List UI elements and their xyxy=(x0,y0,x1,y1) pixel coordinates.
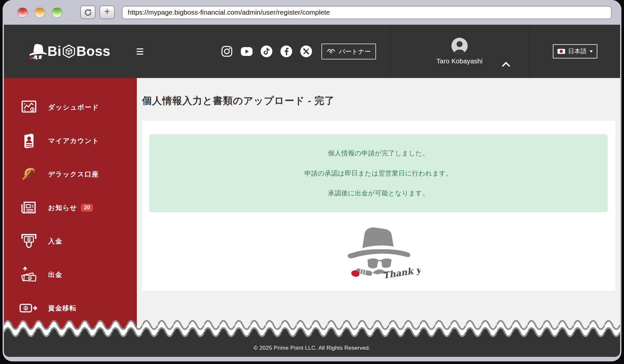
sidebar-item-label: ダッシュボード xyxy=(48,103,99,112)
news-count-badge: 20 xyxy=(81,204,93,212)
sidebar: ダッシュボード マイアカウント xyxy=(4,78,137,357)
sidebar-item-label: 出金 xyxy=(48,270,62,279)
deposit-icon: $ xyxy=(20,233,38,250)
dashboard-icon xyxy=(20,100,38,115)
svg-text:$: $ xyxy=(29,276,31,280)
user-name: Taro Kobayashi xyxy=(436,58,483,65)
logo-g-icon xyxy=(62,44,76,58)
page-title: 個人情報入力と書類のアップロード - 完了 xyxy=(142,94,616,108)
account-icon xyxy=(20,133,38,149)
sidebar-item-news[interactable]: お知らせ 20 xyxy=(4,191,137,224)
sidebar-item-deluxe-account[interactable]: デラックス口座 xyxy=(4,157,137,191)
withdrawal-icon: $ xyxy=(20,266,38,283)
browser-toolbar: + xyxy=(3,0,621,25)
svg-text:$: $ xyxy=(28,238,30,241)
sidebar-item-deposit[interactable]: $ 入金 xyxy=(4,224,137,258)
sidebar-item-dashboard[interactable]: ダッシュボード xyxy=(4,90,137,124)
url-input[interactable] xyxy=(122,6,612,19)
instagram-icon[interactable] xyxy=(221,45,233,58)
sidebar-item-label: 入金 xyxy=(48,237,62,246)
brand-prefix: Bi xyxy=(47,44,61,59)
sidebar-item-fund-transfer[interactable]: $ 資金移転 xyxy=(4,291,137,325)
content-area: ダッシュボード マイアカウント xyxy=(4,78,620,357)
caret-down-icon xyxy=(590,50,593,54)
window-close-button[interactable] xyxy=(18,7,28,18)
logo[interactable]: Bi Boss xyxy=(29,43,110,60)
success-message: 個人情報の申請が完了しました。 xyxy=(149,149,608,158)
sidebar-item-my-account[interactable]: マイアカウント xyxy=(4,124,137,157)
avatar xyxy=(451,38,468,54)
desktop: { "browser": { "url": "https://mypage.bi… xyxy=(0,0,624,364)
youtube-icon[interactable] xyxy=(240,45,253,58)
site-header: Bi Boss xyxy=(4,25,620,78)
success-message: 承認後に出金が可能となります。 xyxy=(149,189,608,198)
completion-card: 個人情報の申請が完了しました。 申請の承認は即日または翌営業日に行われます。 承… xyxy=(142,121,616,291)
main-panel: 個人情報入力と書類のアップロード - 完了 個人情報の申請が完了しました。 申請… xyxy=(137,78,620,357)
reload-button[interactable] xyxy=(80,6,96,19)
tiktok-icon[interactable] xyxy=(260,45,273,58)
news-icon xyxy=(20,201,38,215)
svg-text:$: $ xyxy=(25,306,27,310)
brand-suffix: Boss xyxy=(76,44,110,59)
chevron-up-icon xyxy=(502,62,510,67)
sidebar-item-label: マイアカウント xyxy=(48,136,99,145)
deluxe-account-icon xyxy=(20,166,38,182)
mascot-image: Thank you! xyxy=(149,219,608,282)
social-links xyxy=(221,45,312,58)
language-selector[interactable]: 日本語 xyxy=(553,44,597,58)
menu-toggle-button[interactable] xyxy=(136,48,143,55)
user-menu[interactable]: Taro Kobayashi xyxy=(390,25,529,78)
reload-icon xyxy=(84,8,92,16)
window-controls xyxy=(18,7,62,18)
japan-flag-icon xyxy=(557,49,565,54)
window-zoom-button[interactable] xyxy=(52,7,62,18)
success-message: 申請の承認は即日または翌営業日に行われます。 xyxy=(149,169,608,178)
fund-transfer-icon: $ xyxy=(20,303,38,313)
logo-mascot-icon xyxy=(29,43,47,60)
facebook-icon[interactable] xyxy=(280,45,292,58)
page-viewport: Bi Boss xyxy=(4,25,620,357)
partner-button[interactable]: パートナー xyxy=(321,44,376,59)
window-minimize-button[interactable] xyxy=(35,7,45,18)
handshake-icon xyxy=(327,48,335,55)
x-icon[interactable] xyxy=(300,45,312,58)
success-alert: 個人情報の申請が完了しました。 申請の承認は即日または翌営業日に行われます。 承… xyxy=(149,134,608,212)
sidebar-item-label: お知らせ 20 xyxy=(48,203,93,212)
sidebar-item-withdrawal[interactable]: $ 出金 xyxy=(4,258,137,291)
language-label: 日本語 xyxy=(568,47,587,56)
new-tab-button[interactable]: + xyxy=(99,6,115,19)
sidebar-item-label: デラックス口座 xyxy=(48,170,99,179)
sidebar-item-label: 資金移転 xyxy=(48,304,77,313)
brand-wordmark: Bi Boss xyxy=(47,44,110,59)
partner-label: パートナー xyxy=(339,47,371,56)
browser-window: + Bi xyxy=(3,0,621,361)
